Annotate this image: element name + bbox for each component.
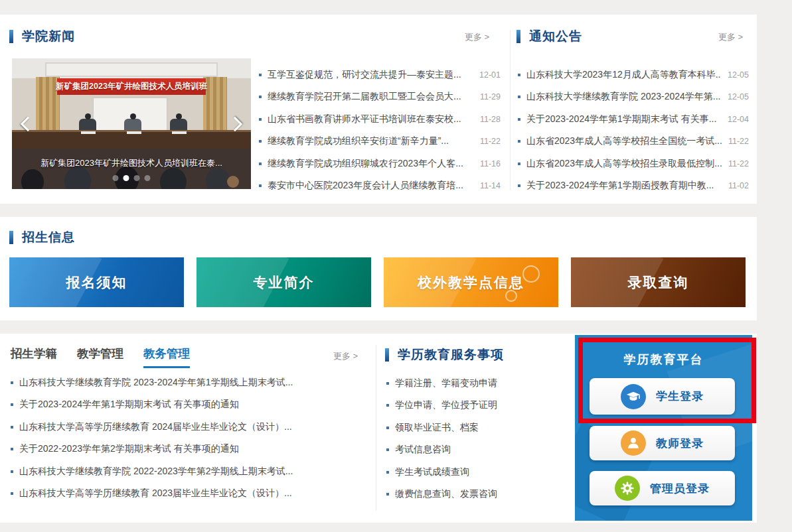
education-platform-panel: 学历教育平台 学生登录 教师登录 xyxy=(575,335,752,521)
list-item[interactable]: 继续教育学院成功组织聊城农行2023年个人客... 11-16 xyxy=(259,153,501,175)
list-item[interactable]: 山东科技大学高等学历继续教育 2023届毕业生毕业论文（设计）... xyxy=(11,483,362,505)
photo-paper xyxy=(172,131,187,134)
banner-signup-notice[interactable]: 报名须知 xyxy=(9,257,184,307)
bullet-icon xyxy=(386,404,389,407)
news-section-title: 学院新闻 xyxy=(22,28,75,45)
list-item[interactable]: 缴费信息查询、发票咨询 xyxy=(386,484,566,506)
photo-person xyxy=(124,119,141,130)
news-more-link[interactable]: 更多 > xyxy=(465,31,489,43)
bullet-icon xyxy=(259,96,262,98)
list-item[interactable]: 山东省书画教育讲师水平证书培训班在泰安校... 11-28 xyxy=(259,108,501,131)
list-item[interactable]: 山东省2023年成人高等学校招生全国统一考试... 11-22 xyxy=(518,131,749,153)
student-login-label: 学生登录 xyxy=(656,389,704,404)
item-link[interactable]: 学位申请、学位授予证明 xyxy=(395,399,566,411)
item-link[interactable]: 山东科技大学继续教育学院 2023-2024学年第1学期线上期末考试... xyxy=(19,377,362,389)
item-link[interactable]: 继续教育学院成功组织辛安街道“新辛力量”... xyxy=(268,135,473,147)
list-item[interactable]: 继续教育学院召开第二届教职工暨工会会员大... 11-29 xyxy=(259,86,501,109)
list-item[interactable]: 关于2022-2023学年第2学期期末考试 有关事项的通知 xyxy=(11,438,362,461)
item-link[interactable]: 山东科技大学2023年12月成人高等教育本科毕... xyxy=(526,69,721,81)
item-date: 12-05 xyxy=(728,92,749,101)
item-link[interactable]: 山东省书画教育讲师水平证书培训班在泰安校... xyxy=(268,113,473,125)
list-item[interactable]: 关于2023-2024学年第1学期期末考试 有关事项的通知 xyxy=(11,394,362,417)
list-item[interactable]: 领取毕业证书、档案 xyxy=(386,417,566,439)
item-date: 11-22 xyxy=(728,159,749,168)
admin-login-label: 管理员登录 xyxy=(650,481,710,496)
list-item[interactable]: 泰安市中心医院2023年度会计人员继续教育培... 11-14 xyxy=(259,175,501,198)
item-link[interactable]: 关于2023-2024学年第1学期期末考试 有关事... xyxy=(526,113,721,125)
thumb-circle-icon xyxy=(522,265,540,283)
item-date: 11-28 xyxy=(480,115,501,124)
admission-section-header: 招生信息 xyxy=(9,229,75,246)
item-link[interactable]: 山东省2023年成人高等学校招生录取最低控制... xyxy=(526,158,722,170)
photo-paper xyxy=(127,131,141,134)
item-date: 11-16 xyxy=(480,159,501,168)
carousel-dot[interactable] xyxy=(113,175,119,181)
item-link[interactable]: 领取毕业证书、档案 xyxy=(395,422,566,434)
management-more-link[interactable]: 更多 > xyxy=(333,350,358,362)
banner-label: 报名须知 xyxy=(66,273,127,292)
item-link[interactable]: 关于2023-2024学年第1学期期末考试 有关事项的通知 xyxy=(19,399,362,411)
tab-academic-affairs[interactable]: 教务管理 xyxy=(143,346,190,368)
bullet-icon xyxy=(386,493,389,496)
item-link[interactable]: 山东科技大学高等学历继续教育 2023届毕业生毕业论文（设计）... xyxy=(19,488,362,499)
item-date: 12-05 xyxy=(728,70,749,80)
bullet-icon xyxy=(11,426,13,429)
carousel-caption[interactable]: 新矿集团2023年矿井绘图技术人员培训班在泰... xyxy=(12,157,251,169)
item-link[interactable]: 互学互鉴促规范，研讨交流共提升—泰安主题... xyxy=(268,69,473,81)
platform-title: 学历教育平台 xyxy=(575,352,752,367)
list-item[interactable]: 山东科技大学继续教育学院 2022-2023学年第2学期线上期末考试... xyxy=(11,460,362,483)
bullet-icon xyxy=(518,96,520,98)
tab-enrollment-status[interactable]: 招生学籍 xyxy=(11,346,57,368)
item-link[interactable]: 山东省2023年成人高等学校招生全国统一考试... xyxy=(526,135,722,147)
bullet-icon xyxy=(11,492,13,495)
list-item[interactable]: 山东省2023年成人高等学校招生录取最低控制... 11-22 xyxy=(518,153,749,175)
list-item[interactable]: 学位申请、学位授予证明 xyxy=(386,395,566,417)
photo-person xyxy=(170,119,187,130)
list-item[interactable]: 学生考试成绩查询 xyxy=(386,461,566,484)
list-item[interactable]: 互学互鉴促规范，研讨交流共提升—泰安主题... 12-01 xyxy=(259,64,501,86)
list-item[interactable]: 关于2023-2024学年第1学期函授教育期中教... 11-02 xyxy=(518,175,749,198)
item-link[interactable]: 泰安市中心医院2023年度会计人员继续教育培... xyxy=(268,180,473,192)
notice-more-link[interactable]: 更多 > xyxy=(718,31,743,43)
bullet-icon xyxy=(518,74,520,76)
list-item[interactable]: 山东科技大学高等学历继续教育 2024届毕业生毕业论文（设计）... xyxy=(11,416,362,438)
list-item[interactable]: 关于2023-2024学年第1学期期末考试 有关事... 12-04 xyxy=(518,108,749,131)
tab-teaching-management[interactable]: 教学管理 xyxy=(77,346,123,368)
banner-offsite-teaching-info[interactable]: 校外教学点信息 xyxy=(384,257,558,307)
banner-major-intro[interactable]: 专业简介 xyxy=(197,257,371,307)
gear-icon xyxy=(615,476,640,501)
item-link[interactable]: 山东科技大学继续教育学院 2022-2023学年第2学期线上期末考试... xyxy=(19,466,362,478)
list-item[interactable]: 山东科技大学2023年12月成人高等教育本科毕... 12-05 xyxy=(518,64,749,86)
item-link[interactable]: 继续教育学院召开第二届教职工暨工会会员大... xyxy=(268,91,473,103)
item-link[interactable]: 学籍注册、学籍变动申请 xyxy=(395,377,566,389)
item-link[interactable]: 学生考试成绩查询 xyxy=(395,466,566,478)
student-login-button[interactable]: 学生登录 xyxy=(590,378,735,415)
list-item[interactable]: 山东科技大学继续教育学院 2023-2024学年第... 12-05 xyxy=(518,86,749,109)
bullet-icon xyxy=(518,118,520,121)
item-date: 11-22 xyxy=(480,137,501,146)
list-item[interactable]: 考试信息咨询 xyxy=(386,439,566,462)
item-link[interactable]: 考试信息咨询 xyxy=(395,444,566,456)
item-link[interactable]: 山东科技大学高等学历继续教育 2024届毕业生毕业论文（设计）... xyxy=(19,421,362,433)
carousel-dot[interactable] xyxy=(134,175,140,181)
bullet-icon xyxy=(518,163,520,165)
bullet-icon xyxy=(11,448,13,450)
bullet-icon xyxy=(386,471,389,474)
item-link[interactable]: 继续教育学院成功组织聊城农行2023年个人客... xyxy=(268,158,473,170)
section-bar-icon xyxy=(516,30,520,43)
carousel-dot-active[interactable] xyxy=(123,175,129,181)
item-link[interactable]: 缴费信息查询、发票咨询 xyxy=(395,488,566,500)
list-item[interactable]: 山东科技大学继续教育学院 2023-2024学年第1学期线上期末考试... xyxy=(11,371,362,394)
carousel-dot[interactable] xyxy=(145,175,151,181)
admin-login-button[interactable]: 管理员登录 xyxy=(590,471,735,505)
teacher-login-button[interactable]: 教师登录 xyxy=(590,426,735,460)
photo-paper xyxy=(81,131,96,134)
list-item[interactable]: 继续教育学院成功组织辛安街道“新辛力量”... 11-22 xyxy=(259,131,501,153)
item-link[interactable]: 关于2022-2023学年第2学期期末考试 有关事项的通知 xyxy=(19,443,362,455)
list-item[interactable]: 学籍注册、学籍变动申请 xyxy=(386,372,566,395)
notice-list: 山东科技大学2023年12月成人高等教育本科毕... 12-05 山东科技大学继… xyxy=(518,64,749,197)
item-link[interactable]: 山东科技大学继续教育学院 2023-2024学年第... xyxy=(526,91,721,103)
news-carousel[interactable]: 新矿集团2023年矿井绘图技术人员培训班 新矿集团2023年矿井绘图技术人员培训… xyxy=(12,58,251,189)
item-link[interactable]: 关于2023-2024学年第1学期函授教育期中教... xyxy=(526,180,722,192)
banner-admission-query[interactable]: 录取查询 xyxy=(571,257,746,307)
